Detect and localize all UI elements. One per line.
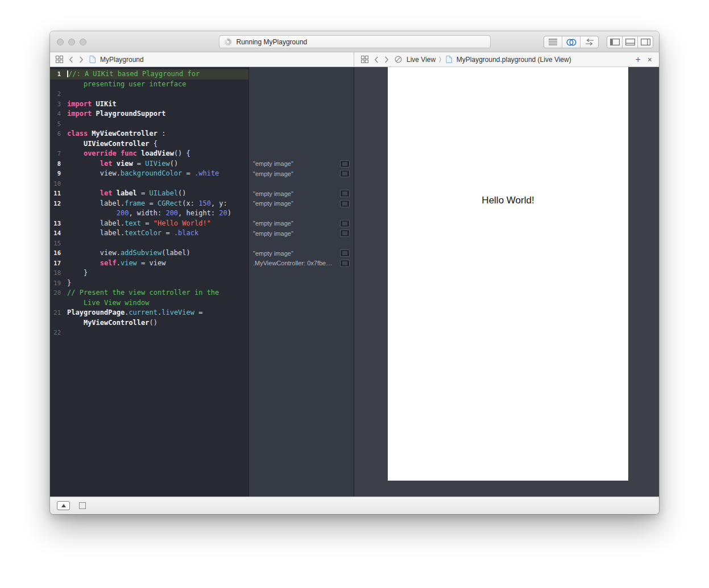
code-text: class MyViewController : [65, 129, 165, 139]
line-number: 13 [50, 219, 65, 229]
chevron-right-icon [384, 56, 389, 63]
code-row[interactable]: 11 let label = UILabel() [50, 189, 248, 199]
toggle-inspectors-button[interactable] [638, 36, 653, 48]
code-row[interactable]: 15 [50, 239, 248, 249]
add-assistant-button[interactable]: + [633, 55, 642, 64]
code-row[interactable]: UIViewController { [50, 139, 248, 149]
code-row[interactable]: 5 [50, 119, 248, 130]
code-row[interactable]: 16 view.addSubview(label) [50, 248, 248, 258]
quicklook-icon[interactable] [340, 260, 350, 267]
breadcrumb-file[interactable] [88, 56, 97, 63]
code-row[interactable]: 18 } [50, 268, 248, 278]
code-text: //: A UIKit based Playground for [65, 69, 200, 80]
live-view-toggle-button[interactable] [79, 502, 86, 509]
quicklook-icon[interactable] [340, 170, 350, 177]
line-number [50, 298, 65, 308]
code-text: override func loadView() { [65, 149, 190, 159]
code-row[interactable]: 13 label.text = "Hello World!" [50, 219, 248, 229]
code-row[interactable]: 10 [50, 179, 248, 189]
line-number: 17 [50, 258, 65, 269]
result-label: "empty image" [253, 230, 337, 237]
code-text: } [65, 268, 88, 278]
version-editor-button[interactable] [581, 36, 598, 48]
close-assistant-button[interactable]: × [646, 56, 653, 64]
code-row[interactable]: 20// Present the view controller in the [50, 288, 248, 298]
result-item[interactable]: .MyViewController: 0x7fbe… [249, 258, 354, 269]
line-number: 15 [50, 239, 65, 249]
code-row[interactable]: 21PlaygroundPage.current.liveView = [50, 308, 248, 318]
result-item[interactable]: "empty image" [249, 228, 354, 239]
line-number: 18 [50, 268, 65, 278]
code-row[interactable]: presenting user interface [50, 80, 248, 90]
code-row[interactable]: 4import PlaygroundSupport [50, 109, 248, 119]
forward-button[interactable] [78, 56, 85, 63]
result-item[interactable]: "empty image" [249, 169, 354, 179]
breadcrumb-label[interactable]: MyPlayground.playground (Live View) [457, 56, 571, 64]
line-number: 9 [50, 169, 65, 179]
code-row[interactable]: Live View window [50, 298, 248, 308]
breadcrumb-label[interactable]: MyPlayground [100, 56, 144, 64]
chevron-left-icon [69, 56, 73, 63]
line-number: 3 [50, 99, 65, 110]
line-number: 8 [50, 159, 65, 169]
breadcrumb-live-view[interactable] [393, 56, 403, 63]
result-label: "empty image" [253, 200, 337, 207]
code-text: UIViewController { [65, 139, 157, 149]
code-row[interactable]: 1//: A UIKit based Playground for [50, 69, 248, 80]
code-row[interactable]: 12 label.frame = CGRect(x: 150, y: [50, 199, 248, 209]
show-debug-area-button[interactable] [57, 501, 70, 510]
back-button[interactable] [373, 56, 380, 63]
code-text: label.frame = CGRect(x: 150, y: [65, 199, 227, 209]
line-number [50, 318, 65, 328]
code-row[interactable]: 3import UIKit [50, 99, 248, 110]
code-row[interactable]: 6class MyViewController : [50, 129, 248, 139]
code-row[interactable]: 14 label.textColor = .black [50, 228, 248, 239]
quicklook-icon[interactable] [340, 249, 350, 257]
code-row[interactable]: 22 [50, 328, 248, 338]
forward-button[interactable] [383, 56, 390, 63]
code-text: // Present the view controller in the [65, 288, 219, 298]
toggle-navigator-button[interactable] [607, 36, 623, 48]
quicklook-icon[interactable] [340, 220, 350, 227]
code-row[interactable]: 8 let view = UIView() [50, 159, 248, 169]
code-lines[interactable]: 1//: A UIKit based Playground for presen… [50, 67, 248, 338]
related-items-button[interactable] [360, 56, 370, 63]
minimize-button[interactable] [68, 39, 75, 45]
code-row[interactable]: 200, width: 200, height: 20) [50, 208, 248, 219]
toggle-debug-area-button[interactable] [623, 36, 638, 48]
line-number: 5 [50, 119, 65, 130]
breadcrumb-live-view-label[interactable]: Live View [407, 56, 436, 64]
standard-editor-button[interactable] [544, 36, 562, 48]
code-row[interactable]: 7 override func loadView() { [50, 149, 248, 159]
result-item[interactable]: "empty image" [249, 189, 354, 199]
results-column: "empty image""empty image""empty image""… [248, 67, 354, 497]
code-row[interactable]: 9 view.backgroundColor = .white [50, 169, 248, 179]
result-item[interactable]: "empty image" [249, 248, 354, 258]
debug-panel-icon [625, 39, 635, 45]
code-row[interactable]: 19} [50, 278, 248, 289]
content-area: 1//: A UIKit based Playground for presen… [50, 67, 659, 497]
result-item[interactable]: "empty image" [249, 199, 354, 209]
quicklook-icon[interactable] [340, 160, 350, 168]
breadcrumb-file[interactable] [445, 56, 453, 63]
assistant-editor-button[interactable] [562, 36, 581, 48]
hello-world-label: Hello World! [388, 195, 628, 206]
quicklook-icon[interactable] [340, 200, 350, 207]
close-button[interactable] [57, 39, 64, 45]
quicklook-icon[interactable] [340, 230, 350, 237]
code-row[interactable]: MyViewController() [50, 318, 248, 328]
result-item[interactable]: "empty image" [249, 159, 354, 169]
back-button[interactable] [68, 56, 74, 63]
quicklook-icon[interactable] [340, 190, 350, 197]
code-row[interactable]: 17 self.view = view [50, 258, 248, 269]
result-item[interactable]: "empty image" [249, 219, 354, 229]
related-items-button[interactable] [55, 56, 64, 63]
code-text: view.addSubview(label) [65, 248, 190, 258]
line-number: 2 [50, 89, 65, 99]
zoom-button[interactable] [80, 39, 86, 45]
live-view-canvas: Hello World! [388, 67, 628, 481]
jump-bar-row: MyPlayground [50, 52, 659, 67]
code-row[interactable]: 2 [50, 89, 248, 99]
titlebar[interactable]: Running MyPlayground [50, 31, 659, 52]
line-number: 1 [50, 69, 65, 80]
